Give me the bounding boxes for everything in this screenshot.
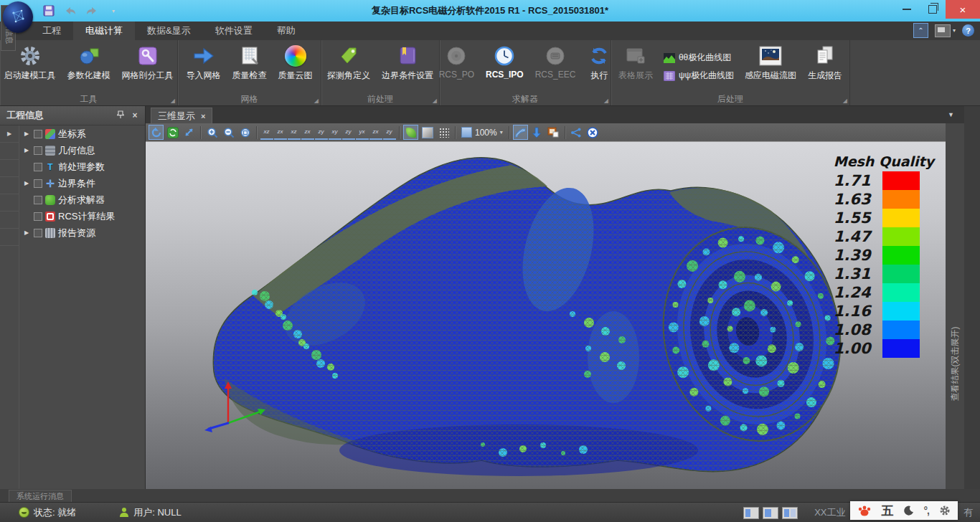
legend-swatch [882,246,920,265]
rcs-ipo-button[interactable]: RCS_IPO [481,42,529,80]
rcs-po-button[interactable]: RCS_PO [434,42,479,80]
dialog-launcher-icon[interactable]: ◢ [314,98,319,104]
em-current-button[interactable]: 感应电磁流图 [740,42,801,82]
tree-checkbox[interactable] [34,146,42,155]
view-preset-button-2[interactable]: zx [274,125,287,140]
pan-tool-button[interactable] [182,125,197,140]
tree-checkbox[interactable] [34,229,42,237]
mesh-display-button[interactable] [513,125,528,140]
restore-button[interactable] [920,0,946,19]
table-view-button[interactable]: 表格展示 [613,42,658,82]
param-modeling-button[interactable]: 参数化建模 [62,42,116,82]
view-preset-button-9[interactable]: zx [369,125,382,140]
window-cascade-button[interactable] [546,125,561,140]
share-link-button[interactable] [569,125,584,140]
dialog-launcher-icon[interactable]: ◢ [171,98,175,104]
psi-chart-icon [664,71,675,81]
expander-icon[interactable]: ▶ [22,229,31,236]
layout-split-button[interactable] [763,507,778,519]
smooth-shade-button[interactable] [403,125,418,140]
close-tab-icon[interactable]: × [201,112,205,120]
legend-row: 1.47 [834,227,934,246]
collapse-ribbon-button[interactable]: ⌃ [913,23,928,38]
ime-settings-gear-icon[interactable] [939,505,951,516]
tree-checkbox[interactable] [34,163,42,171]
layout-left-button[interactable] [743,507,759,519]
legend-value: 1.47 [834,227,875,246]
zoom-in-button[interactable] [204,125,220,140]
tree-item-5[interactable]: 分析求解器 [19,191,145,208]
theta-curve-button[interactable]: θθ极化曲线图 [664,52,734,64]
psi-curve-button[interactable]: ψψ极化曲线图 [664,70,734,82]
ime-moon-icon[interactable] [904,506,914,516]
close-view-button[interactable] [585,125,600,140]
menu-tab-4[interactable]: 软件设置 [203,22,265,40]
import-mesh-button[interactable]: 导入网格 [182,42,226,82]
view-preset-button-4[interactable]: zx [301,125,314,140]
zoom-out-button[interactable] [221,125,236,140]
tree-checkbox[interactable] [34,130,42,138]
zoom-fit-button[interactable] [237,125,253,140]
probe-angle-button[interactable]: 探测角定义 [322,42,375,82]
menu-tab-2[interactable]: 电磁计算 [73,22,135,40]
boundary-settings-button[interactable]: 边界条件设置 [377,42,438,82]
tree-checkbox[interactable] [34,196,42,204]
view-preset-button-7[interactable]: zy [342,125,355,140]
quality-check-button[interactable]: 质量检查 [227,42,272,82]
mesh-tool-button[interactable]: 网格剖分工具 [117,42,179,82]
menu-tab-1[interactable]: 工程 [30,22,73,40]
quality-cloud-button[interactable]: 质量云图 [273,42,318,82]
app-logo[interactable] [3,1,33,33]
dialog-launcher-icon[interactable]: ◢ [843,98,847,104]
ime-punct-icon[interactable]: °, [924,505,930,516]
diagonal-arrow-icon [184,127,194,138]
drop-view-button[interactable] [529,125,545,140]
tree-item-6[interactable]: RCS计算结果 [19,208,145,224]
view-preset-button-5[interactable]: zy [315,125,328,140]
flat-shade-button[interactable] [420,125,435,140]
tab-3d-display[interactable]: 三维显示 × [151,108,212,123]
close-button[interactable]: × [946,0,980,19]
layout-columns-button[interactable] [782,507,798,519]
dialog-launcher-icon[interactable]: ◢ [604,98,608,104]
system-message-tab[interactable]: 系统运行消息 [9,490,72,503]
tab-overflow-icon[interactable]: ▼ [948,111,954,118]
tree-item-1[interactable]: ▶坐标系 [19,125,145,142]
minimize-button[interactable] [894,0,920,19]
tree-item-3[interactable]: T前处理参数 [19,158,145,175]
zoom-level-select[interactable]: 100% ▾ [458,127,506,138]
expander-icon[interactable]: ▶ [22,130,31,137]
view-preset-button-6[interactable]: xy [329,125,341,140]
view-preset-button-1[interactable]: xz [260,125,273,140]
results-side-tab[interactable]: 查看结果(双击展开) [946,123,964,489]
ime-paw-icon[interactable] [857,504,872,517]
tree-item-4[interactable]: ▶✛边界条件 [19,175,145,191]
rotate-tool-button[interactable] [149,125,164,140]
tree-item-2[interactable]: ▶几何信息 [19,142,145,158]
close-panel-icon[interactable]: × [128,110,142,120]
view-preset-button-10[interactable]: zy [383,125,396,140]
tree-gutter-cell[interactable]: ▶ [0,125,19,143]
group-label-mesh: 网格 [178,94,321,105]
expander-icon[interactable]: ▶ [22,180,31,186]
dialog-launcher-icon[interactable]: ◢ [433,98,437,104]
menu-tab-5[interactable]: 帮助 [265,22,308,40]
tree-item-label: 报告资源 [58,227,95,239]
sync-view-button[interactable] [165,125,180,140]
expander-icon[interactable]: ▶ [22,147,31,153]
tree-item-7[interactable]: ▶报告资源 [19,224,145,241]
tree-checkbox[interactable] [34,179,42,188]
report-button[interactable]: 生成报告 [803,42,847,82]
points-display-button[interactable] [436,125,451,140]
menu-tab-3[interactable]: 数据&显示 [135,22,203,40]
rcs-eec-button[interactable]: RCS_EEC [530,42,581,80]
pin-icon[interactable] [113,110,128,121]
style-selector[interactable]: ▾ [935,24,956,37]
ime-mode-label[interactable]: 五 [882,503,894,519]
viewport-3d[interactable]: Mesh Quality 1.711.631.551.471.391.311.2… [146,142,946,489]
ime-toolbar[interactable]: 五 °, [850,501,958,520]
help-button[interactable]: ? [962,24,974,37]
tree-checkbox[interactable] [34,212,42,221]
view-preset-button-3[interactable]: xz [288,125,301,140]
view-preset-button-8[interactable]: yx [356,125,369,140]
